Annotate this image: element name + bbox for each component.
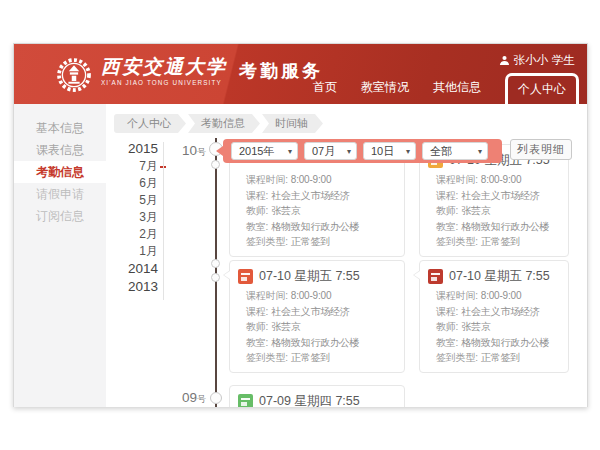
timeline-dot [211,160,220,169]
breadcrumb: 个人中心 考勤信息 时间轴 [114,114,325,133]
year-select[interactable]: 2015年 ▾ [231,142,298,160]
service-title: 考勤服务 [239,59,323,83]
month-select[interactable]: 07月 ▾ [304,142,357,160]
university-name-en: XI'AN JIAO TONG UNIVERSITY [101,79,227,86]
calendar-event-icon [238,269,253,284]
yearnav-february[interactable]: 2月 [112,226,158,243]
event-date: 07-10 星期五 7:55 [449,268,550,285]
attendance-card: 07-09 星期四 7:55 [229,385,405,407]
stamp-event-icon [428,269,443,284]
university-logo-block: 西安交通大学 XI'AN JIAO TONG UNIVERSITY 考勤服务 [56,55,323,93]
yearnav-march[interactable]: 3月 [112,209,158,226]
chevron-down-icon: ▾ [288,147,292,156]
yearnav-july-active[interactable]: 7月 [112,158,158,175]
chevron-down-icon: ▾ [478,147,482,156]
nav-item-home[interactable]: 首页 [313,79,337,104]
main-panel: 个人中心 考勤信息 时间轴 2015 7月 6月 5月 3月 2月 1月 201… [106,104,587,407]
day-marker-10: 10号 [164,141,206,159]
nav-item-other-info[interactable]: 其他信息 [433,79,481,104]
yearnav-2013[interactable]: 2013 [112,278,158,296]
yearnav-january[interactable]: 1月 [112,243,158,260]
app-window: 西安交通大学 XI'AN JIAO TONG UNIVERSITY 考勤服务 张… [13,43,588,407]
sidebar: 基本信息 课表信息 考勤信息 请假申请 订阅信息 [14,104,106,407]
nav-item-classrooms[interactable]: 教室情况 [361,79,409,104]
user-name: 张小小 [514,53,549,68]
attendance-card: 07-10 星期五 7:55 课程时间:8:00-9:00 课程:社会主义市场经… [419,260,569,373]
filter-bar-tail [216,146,223,156]
yearnav-2014[interactable]: 2014 [112,260,158,278]
breadcrumb-personal-center[interactable]: 个人中心 [114,114,186,133]
calendar-event-icon [238,394,253,408]
university-name-cn: 西安交通大学 [101,55,227,78]
sidebar-item-attendance-info[interactable]: 考勤信息 [14,161,106,183]
user-role: 学生 [552,53,575,68]
sidebar-item-basic-info[interactable]: 基本信息 [14,117,106,139]
yearnav-divider [163,142,164,300]
yearnav-2015[interactable]: 2015 [112,140,158,158]
person-icon [499,55,510,66]
nav-tab-personal-center-active[interactable]: 个人中心 [505,73,579,104]
breadcrumb-attendance-info[interactable]: 考勤信息 [188,114,260,133]
top-nav: 首页 教室情况 其他信息 个人中心 [313,73,579,104]
type-select[interactable]: 全部 ▾ [422,142,488,160]
sidebar-item-subscription-info[interactable]: 订阅信息 [14,205,106,227]
sidebar-item-leave-request[interactable]: 请假申请 [14,183,106,205]
day-marker-09: 09号 [164,388,206,406]
list-detail-button[interactable]: 列表明细 [510,139,572,160]
day-select[interactable]: 10日 ▾ [363,142,416,160]
chevron-down-icon: ▾ [347,147,351,156]
yearnav-june[interactable]: 6月 [112,175,158,192]
sidebar-item-schedule-info[interactable]: 课表信息 [14,139,106,161]
event-date: 07-10 星期五 7:55 [259,268,360,285]
user-info[interactable]: 张小小 学生 [499,53,576,68]
timeline-year-nav: 2015 7月 6月 5月 3月 2月 1月 2014 2013 [112,140,158,296]
breadcrumb-timeline[interactable]: 时间轴 [262,114,323,133]
filter-bar: 2015年 ▾ 07月 ▾ 10日 ▾ 全部 ▾ [223,139,502,163]
app-header: 西安交通大学 XI'AN JIAO TONG UNIVERSITY 考勤服务 张… [14,44,587,104]
yearnav-may[interactable]: 5月 [112,192,158,209]
timeline-dot [210,392,222,404]
chevron-down-icon: ▾ [406,147,410,156]
timeline-dot [211,273,220,282]
event-date: 07-09 星期四 7:55 [259,393,360,408]
university-gear-logo-icon [56,57,92,93]
timeline-dot [211,259,220,268]
attendance-card: 07-10 星期五 7:55 课程时间:8:00-9:00 课程:社会主义市场经… [229,260,405,373]
